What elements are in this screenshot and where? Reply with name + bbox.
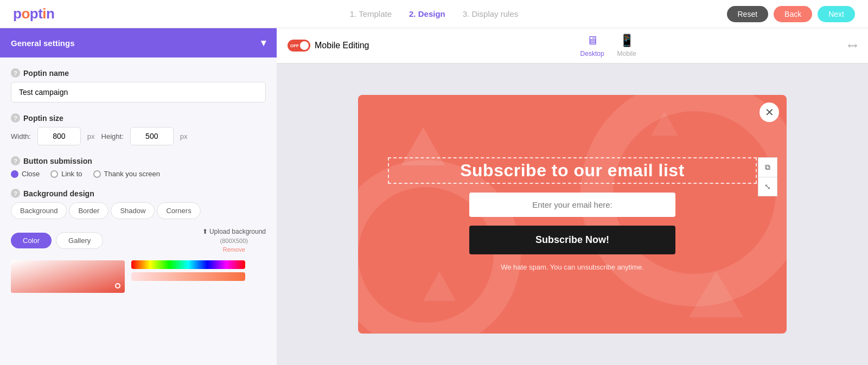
poptin-size-label: ? Poptin size bbox=[11, 113, 266, 123]
expand-button[interactable]: ⤢ bbox=[844, 37, 860, 54]
radio-dot-thankyou bbox=[93, 170, 101, 178]
size-row: Width: px Height: px bbox=[11, 127, 266, 145]
desktop-label: Desktop bbox=[580, 50, 604, 57]
logo: poptin bbox=[13, 5, 54, 22]
tab-border[interactable]: Border bbox=[69, 202, 108, 219]
button-submission-group: ? Button submission Close Link to Thank … bbox=[11, 156, 266, 178]
remove-link[interactable]: Remove bbox=[223, 246, 245, 253]
step-2[interactable]: 2. Design bbox=[409, 9, 445, 18]
width-input[interactable] bbox=[37, 127, 81, 145]
general-settings-header[interactable]: General settings ▾ bbox=[0, 28, 277, 57]
background-design-group: ? Background design Background Border Sh… bbox=[11, 189, 266, 293]
popup-title-wrapper: Subscribe to our email list ⧉ ⤡ bbox=[388, 157, 757, 184]
height-input[interactable] bbox=[130, 127, 174, 145]
preview-toolbar: OFF Mobile Editing 🖥 Desktop 📱 Mobile ⤢ bbox=[277, 28, 868, 63]
radio-dot-link bbox=[50, 170, 58, 178]
gradient-thumb bbox=[115, 283, 120, 289]
help-icon-bg: ? bbox=[11, 189, 20, 198]
mobile-editing-label: Mobile Editing bbox=[315, 41, 369, 50]
mobile-label: Mobile bbox=[617, 50, 636, 57]
next-button[interactable]: Next bbox=[818, 6, 855, 22]
copy-element-button[interactable]: ⧉ bbox=[758, 157, 777, 177]
spam-text: We hate spam. You can unsubscribe anytim… bbox=[501, 263, 644, 271]
right-panel: OFF Mobile Editing 🖥 Desktop 📱 Mobile ⤢ bbox=[277, 28, 868, 365]
radio-dot-close bbox=[11, 170, 18, 178]
help-icon-size: ? bbox=[11, 113, 20, 123]
section-title: General settings bbox=[11, 39, 75, 48]
reset-button[interactable]: Reset bbox=[727, 6, 769, 22]
radio-row: Close Link to Thank you screen bbox=[11, 170, 266, 178]
height-label: Height: bbox=[101, 132, 124, 140]
upload-background-button[interactable]: ⬆ Upload background (800X500) Remove bbox=[202, 228, 266, 253]
mobile-icon: 📱 bbox=[620, 34, 634, 48]
left-panel: General settings ▾ ? Poptin name ? Popti… bbox=[0, 28, 277, 365]
tab-shadow[interactable]: Shadow bbox=[111, 202, 155, 219]
mobile-editing-row: OFF Mobile Editing bbox=[288, 40, 369, 52]
radio-close[interactable]: Close bbox=[11, 170, 40, 178]
subscribe-button[interactable]: Subscribe Now! bbox=[469, 226, 675, 254]
gallery-button[interactable]: Gallery bbox=[56, 232, 103, 249]
step-3[interactable]: 3. Display rules bbox=[463, 9, 519, 18]
poptin-name-input[interactable] bbox=[11, 82, 266, 103]
color-pickers-row bbox=[11, 260, 266, 293]
design-tabs: Background Border Shadow Corners bbox=[11, 202, 266, 219]
background-design-label: ? Background design bbox=[11, 189, 266, 198]
rainbow-hue-strip[interactable] bbox=[131, 260, 245, 269]
desktop-icon: 🖥 bbox=[586, 34, 598, 48]
toggle-text: OFF bbox=[290, 43, 299, 48]
tab-corners[interactable]: Corners bbox=[157, 202, 200, 219]
toggle-thumb bbox=[300, 41, 309, 50]
width-px: px bbox=[87, 132, 95, 140]
top-nav: poptin 1. Template 2. Design 3. Display … bbox=[0, 0, 868, 28]
color-button[interactable]: Color bbox=[11, 233, 52, 248]
triangle-3 bbox=[689, 271, 743, 317]
color-strips bbox=[131, 260, 245, 281]
triangle-2 bbox=[423, 271, 456, 301]
opacity-strip[interactable] bbox=[131, 272, 245, 281]
device-tabs: 🖥 Desktop 📱 Mobile bbox=[580, 34, 636, 57]
radio-thank-you[interactable]: Thank you screen bbox=[93, 170, 160, 178]
toggle-track: OFF bbox=[288, 40, 310, 52]
help-icon-btn: ? bbox=[11, 156, 20, 165]
poptin-name-label: ? Poptin name bbox=[11, 68, 266, 78]
email-input[interactable] bbox=[469, 193, 675, 217]
width-label: Width: bbox=[11, 132, 31, 140]
main-layout: General settings ▾ ? Poptin name ? Popti… bbox=[0, 28, 868, 365]
step-1[interactable]: 1. Template bbox=[350, 9, 392, 18]
back-button[interactable]: Back bbox=[774, 6, 812, 22]
tab-background[interactable]: Background bbox=[11, 202, 67, 219]
resize-element-button[interactable]: ⤡ bbox=[758, 177, 777, 196]
help-icon-name: ? bbox=[11, 68, 20, 78]
chevron-down-icon: ▾ bbox=[261, 37, 266, 49]
popup-container: ✕ Subscribe to our email list ⧉ ⤡ Subscr… bbox=[358, 95, 787, 334]
height-px: px bbox=[180, 132, 188, 140]
preview-canvas: ✕ Subscribe to our email list ⧉ ⤡ Subscr… bbox=[277, 63, 868, 365]
popup-close-button[interactable]: ✕ bbox=[760, 103, 779, 122]
popup-title-selection[interactable]: Subscribe to our email list ⧉ ⤡ bbox=[388, 157, 757, 184]
desktop-tab[interactable]: 🖥 Desktop bbox=[580, 34, 604, 57]
poptin-size-group: ? Poptin size Width: px Height: px bbox=[11, 113, 266, 145]
step-nav: 1. Template 2. Design 3. Display rules bbox=[350, 9, 519, 18]
triangle-4 bbox=[651, 111, 678, 136]
selection-actions: ⧉ ⤡ bbox=[758, 157, 777, 196]
color-gradient-picker[interactable] bbox=[11, 260, 125, 293]
color-gallery-row: Color Gallery ⬆ Upload background (800X5… bbox=[11, 228, 266, 253]
button-submission-label: ? Button submission bbox=[11, 156, 266, 165]
nav-actions: Reset Back Next bbox=[727, 6, 856, 22]
mobile-editing-toggle[interactable]: OFF bbox=[288, 40, 310, 52]
mobile-tab[interactable]: 📱 Mobile bbox=[617, 34, 636, 57]
popup-title: Subscribe to our email list bbox=[393, 161, 751, 181]
radio-link-to[interactable]: Link to bbox=[50, 170, 82, 178]
poptin-name-group: ? Poptin name bbox=[11, 68, 266, 103]
settings-content: ? Poptin name ? Poptin size Width: px He… bbox=[0, 57, 277, 315]
